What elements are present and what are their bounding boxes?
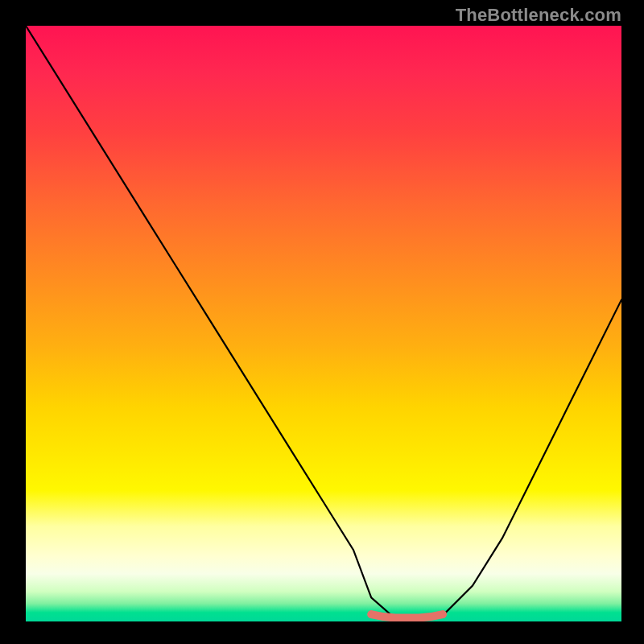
plot-area [26, 26, 621, 621]
chart-svg [26, 26, 621, 621]
highlight-path [371, 614, 443, 617]
curve-path [26, 26, 621, 618]
chart-container: TheBottleneck.com [0, 0, 644, 644]
watermark-text: TheBottleneck.com [456, 5, 621, 26]
